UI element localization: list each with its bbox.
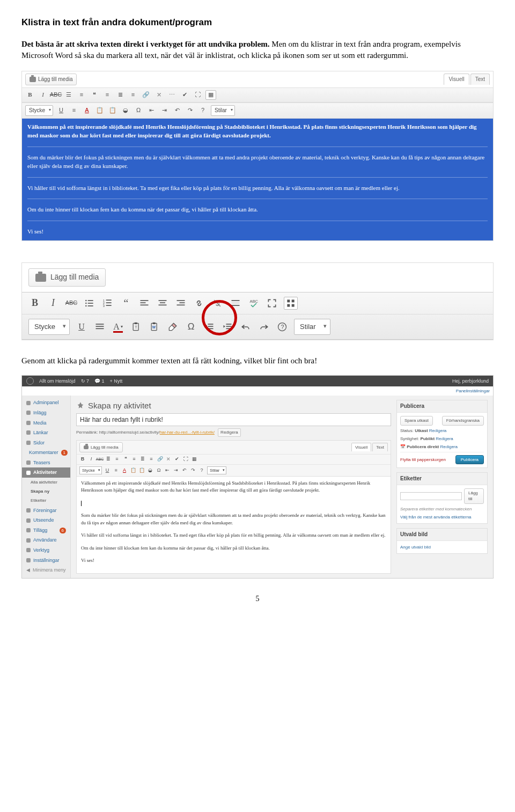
visibility-edit[interactable]: Redigera — [436, 436, 453, 441]
kitchensink-icon[interactable]: ▦ — [191, 456, 197, 463]
publish-button[interactable]: Publicera — [455, 455, 484, 464]
redo-icon[interactable]: ↷ — [185, 106, 195, 115]
tag-choose-link[interactable]: Välj från de mest använda etiketterna — [400, 514, 484, 520]
align-left-icon[interactable]: ≡ — [131, 456, 137, 463]
quote-icon[interactable]: ❝ — [90, 90, 99, 100]
sidebar-associations[interactable]: Föreningar — [22, 506, 70, 516]
sidebar-posts[interactable]: Inlägg — [22, 408, 70, 418]
styles-select[interactable]: Stilar — [211, 105, 235, 116]
bold-icon[interactable]: B — [28, 297, 41, 309]
link-icon[interactable] — [193, 297, 205, 309]
indent-icon[interactable]: ⇥ — [173, 467, 179, 473]
sidebar-adminpanel[interactable]: Adminpanel — [22, 398, 70, 408]
panel-options[interactable]: Panelinställningar — [22, 386, 493, 396]
undo-icon[interactable] — [239, 321, 252, 333]
new-content[interactable]: + Nytt — [110, 378, 123, 385]
sidebar-media[interactable]: Media — [22, 418, 70, 428]
textcolor-icon[interactable]: A — [82, 106, 92, 115]
bullet-list-icon[interactable]: ☰ — [64, 90, 73, 100]
tab-visual[interactable]: Visuell — [444, 74, 469, 85]
numbered-list-icon[interactable]: ≡ — [114, 456, 120, 463]
strike-icon[interactable]: ABC — [51, 90, 61, 100]
tag-add-button[interactable]: Lägg till — [464, 488, 484, 503]
unlink-icon[interactable]: ⤫ — [154, 90, 164, 100]
bold-icon[interactable]: B — [79, 456, 86, 463]
comments-icon[interactable]: 💬 1 — [94, 378, 105, 385]
sidebar-act-tags[interactable]: Etiketter — [22, 496, 70, 505]
tab-text[interactable]: Text — [470, 74, 490, 85]
more-icon[interactable]: ⋯ — [167, 90, 176, 100]
redo-icon[interactable]: ↷ — [190, 467, 196, 473]
fullscreen-icon[interactable]: ⛶ — [182, 456, 189, 463]
sidebar-all-activities[interactable]: Alla aktiviteter — [22, 478, 70, 487]
sidebar-activities[interactable]: Aktiviteter — [22, 467, 70, 478]
add-media-button[interactable]: Lägg till media — [25, 74, 77, 85]
greeting[interactable]: Hej, perbjorklund — [452, 378, 489, 385]
title-input[interactable] — [76, 413, 391, 426]
align-center-icon[interactable] — [156, 297, 169, 309]
unlink-icon[interactable] — [211, 297, 224, 309]
underline-icon[interactable]: U — [75, 321, 88, 333]
paste-word-icon[interactable]: 📋 — [108, 106, 117, 115]
fullscreen-icon[interactable] — [266, 297, 278, 309]
bold-icon[interactable]: B — [25, 90, 35, 100]
schedule-edit[interactable]: Redigera — [440, 444, 458, 449]
numbered-list-icon[interactable]: ≡ — [77, 90, 86, 100]
align-left-icon[interactable]: ≡ — [102, 90, 112, 100]
strike-icon[interactable]: ABC — [97, 456, 103, 463]
align-center-icon[interactable]: ≣ — [139, 456, 146, 463]
format-select[interactable]: Stycke — [28, 319, 70, 335]
kitchensink-icon[interactable] — [284, 297, 298, 310]
align-justify-icon[interactable]: ≡ — [113, 467, 119, 473]
fullscreen-icon[interactable]: ⛶ — [193, 90, 202, 100]
bullet-list-icon[interactable] — [83, 297, 96, 309]
permalink-slug[interactable]: har-har-du-red...-fyllt-i-rubrik/ — [160, 430, 215, 435]
sidebar-pages[interactable]: Sidor — [22, 438, 70, 448]
eraser-icon[interactable]: ◒ — [121, 106, 130, 115]
sidebar-tools[interactable]: Verktyg — [22, 545, 70, 555]
specialchar-icon[interactable]: Ω — [156, 467, 162, 473]
paste-text-icon[interactable]: 📋 — [95, 106, 105, 115]
sidebar-teasers[interactable]: Teasers — [22, 458, 70, 468]
outdent-icon[interactable] — [203, 321, 216, 333]
permalink-edit-button[interactable]: Redigera — [218, 428, 240, 436]
save-draft-button[interactable]: Spara utkast — [400, 416, 433, 425]
specialchar-icon[interactable]: Ω — [185, 321, 197, 333]
sidebar-plugins[interactable]: Tillägg6 — [22, 525, 70, 536]
sidebar-users[interactable]: Användare — [22, 535, 70, 545]
sidebar-comments[interactable]: Kommentarer1 — [22, 448, 70, 458]
sidebar-settings[interactable]: Inställningar — [22, 555, 70, 566]
quote-icon[interactable]: ❝ — [122, 456, 129, 463]
tag-input[interactable] — [400, 492, 462, 500]
set-featured-link[interactable]: Ange utvald bild — [400, 544, 484, 550]
site-name[interactable]: Allt om Hemslöjd — [39, 378, 76, 385]
undo-icon[interactable]: ↶ — [181, 467, 188, 473]
add-media-button[interactable]: Lägg till media — [79, 442, 123, 452]
indent-icon[interactable] — [221, 321, 234, 333]
italic-icon[interactable]: I — [47, 297, 60, 309]
wp-logo-icon[interactable] — [26, 377, 34, 385]
eraser-icon[interactable]: ◒ — [147, 467, 153, 473]
paste-word-icon[interactable]: W — [148, 321, 161, 333]
sidebar-appearance[interactable]: Utseende — [22, 515, 70, 525]
spellcheck-icon[interactable]: ✔ — [180, 90, 189, 100]
help-icon[interactable]: ? — [198, 467, 205, 473]
bullet-list-icon[interactable]: ≣ — [105, 456, 112, 463]
help-icon[interactable]: ? — [276, 321, 289, 333]
help-icon[interactable]: ? — [198, 106, 208, 115]
link-icon[interactable]: 🔗 — [157, 456, 163, 463]
underline-icon[interactable]: U — [104, 467, 111, 473]
eraser-icon[interactable] — [166, 321, 179, 333]
numbered-list-icon[interactable]: 123 — [101, 297, 114, 309]
paste-text-icon[interactable]: 📋 — [130, 467, 136, 473]
spellcheck-icon[interactable]: ABC — [247, 297, 260, 309]
paste-word-icon[interactable]: 📋 — [138, 467, 145, 473]
tab-text[interactable]: Text — [372, 443, 388, 451]
styles-select[interactable]: Stilar — [207, 466, 226, 474]
textcolor-icon[interactable]: A▾ — [112, 321, 124, 333]
format-select[interactable]: Stycke — [25, 105, 53, 116]
align-right-icon[interactable] — [174, 297, 187, 309]
updates-icon[interactable]: ↻ 7 — [81, 378, 90, 385]
styles-select[interactable]: Stilar — [294, 319, 330, 335]
spellcheck-icon[interactable]: ✔ — [174, 456, 180, 463]
